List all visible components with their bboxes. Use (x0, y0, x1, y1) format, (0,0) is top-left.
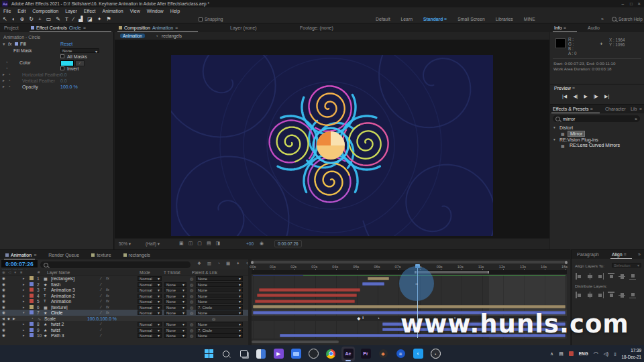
expander-icon[interactable]: ▸ (23, 276, 25, 280)
fx-switch-icon[interactable]: fx (106, 288, 109, 292)
layer-row-2[interactable]: ◉▸2★flash∕Normal▾None▾◎None▾ (0, 282, 248, 288)
eye-icon[interactable]: ◉ (2, 282, 5, 286)
col-parent[interactable]: Parent & Link (192, 270, 217, 275)
layer-name[interactable]: [rectangels] (51, 276, 74, 281)
taskbar-icon-premiere[interactable]: Pr (359, 347, 372, 361)
expand-arrow-icon[interactable]: ▾ (3, 42, 5, 47)
taskbar-icon-display[interactable] (289, 347, 303, 361)
layer-name[interactable]: Animation 2 (51, 294, 75, 298)
property-dropdown[interactable]: None▾ (60, 48, 99, 53)
pickwhip-icon[interactable]: ◎ (212, 316, 215, 321)
fx-switch-icon[interactable]: fx (106, 294, 109, 298)
keyframe-nav-add-icon[interactable]: ◆ (7, 316, 10, 320)
effects-group-distort[interactable]: ▾Distort (550, 125, 644, 131)
stopwatch-icon[interactable]: ◔ (5, 60, 8, 64)
distribute-r-button[interactable] (597, 292, 604, 298)
layer-name[interactable]: Animation 3 (51, 288, 75, 292)
layer-duration-bar[interactable] (255, 300, 355, 303)
layer-name[interactable]: Circle (51, 310, 62, 315)
pickwhip-icon[interactable]: ◎ (190, 294, 193, 298)
tabstrip-overflow[interactable]: » (639, 107, 642, 111)
shy-layers-icon[interactable]: ◔ (217, 261, 220, 266)
quality-switch-icon[interactable]: ∕ (101, 322, 101, 326)
comp-mini-flowchart-icon[interactable]: ❖ (197, 261, 201, 266)
mode-dropdown[interactable]: Normal▾ (138, 294, 162, 298)
layer-row-7[interactable]: ◉▾7★Circle∕fxNormal▾None▾◎None▾ (0, 310, 248, 316)
fx-switch-icon[interactable]: fx (106, 276, 109, 280)
effect-fill-row[interactable]: ▾ fx Fill Reset (0, 41, 114, 47)
layer-duration-bar[interactable] (368, 277, 390, 280)
breadcrumb-parent[interactable]: rectangels (162, 34, 182, 38)
tray-volume-icon[interactable]: ◁) (604, 351, 608, 357)
tab-libraries[interactable]: Lib (631, 107, 637, 111)
minimize-button[interactable]: – (621, 1, 624, 6)
pickwhip-icon[interactable]: ◎ (190, 328, 193, 333)
expander-icon[interactable]: ▸ (23, 282, 25, 286)
tab-layer[interactable]: Layer (none) (230, 25, 257, 30)
navigator-handle-right[interactable] (565, 261, 568, 264)
workspace-learn[interactable]: Learn (401, 17, 413, 21)
pen-tool-icon[interactable]: ✎ (56, 16, 60, 22)
reset-link[interactable]: Reset (60, 42, 72, 46)
eye-icon[interactable]: ◉ (2, 294, 5, 298)
property-value[interactable]: 100.0,100.0 % (87, 316, 117, 321)
layer-color-swatch[interactable] (30, 276, 34, 280)
motion-blur-icon[interactable]: ✦ (236, 261, 239, 266)
expander-icon[interactable]: ▸ (3, 78, 5, 82)
next-frame-button[interactable]: |▶ (594, 94, 598, 99)
mode-dropdown[interactable]: Normal▾ (138, 322, 162, 326)
trkmat-dropdown[interactable]: None▾ (164, 333, 186, 338)
layer-name[interactable]: [texture] (51, 305, 68, 310)
pan-behind-tool-icon[interactable]: + (38, 16, 42, 22)
maximize-button[interactable]: □ (630, 1, 633, 6)
taskbar-icon-split[interactable] (254, 347, 268, 361)
workspace-default[interactable]: Default (376, 17, 390, 21)
eye-icon[interactable]: ◉ (2, 299, 5, 303)
layer-color-swatch[interactable] (30, 294, 34, 298)
grid-icon[interactable]: ▣ (179, 241, 184, 246)
distribute-b-button[interactable] (629, 292, 636, 298)
trkmat-dropdown[interactable]: None▾ (164, 282, 186, 287)
taskbar-icon-after-effects[interactable]: Ae (341, 347, 355, 361)
twirl-down-icon[interactable]: ▾ (553, 137, 555, 141)
distribute-t-button[interactable] (608, 292, 614, 298)
trkmat-dropdown[interactable]: None▾ (164, 288, 186, 292)
region-of-interest-icon[interactable]: ▢ (197, 241, 202, 246)
timeline-tab-rectangels[interactable]: rectangels (123, 250, 150, 259)
stopwatch-icon[interactable]: ◔ (5, 66, 8, 70)
navigator-handle-left[interactable] (251, 261, 254, 264)
pickwhip-icon[interactable]: ◎ (190, 310, 193, 315)
quality-switch-icon[interactable]: ∕ (101, 288, 101, 292)
roto-brush-tool-icon[interactable]: ◪ (87, 16, 93, 22)
clone-stamp-tool-icon[interactable]: ▟ (78, 16, 83, 22)
parent-dropdown[interactable]: None▾ (196, 310, 243, 315)
align-to-select[interactable]: Selection▾ (612, 263, 641, 267)
fx-switch-icon[interactable]: fx (106, 310, 109, 314)
workspace-overflow[interactable]: » (601, 17, 604, 21)
layer-color-swatch[interactable] (30, 333, 34, 337)
quality-switch-icon[interactable]: ∕ (101, 328, 101, 332)
keyframe-diamond-icon[interactable]: ◆ (357, 316, 360, 320)
parent-dropdown[interactable]: None▾ (196, 322, 243, 326)
panel-menu-icon[interactable]: ≡ (175, 25, 178, 30)
taskbar-icon-obs[interactable] (307, 347, 320, 361)
frame-blending-icon[interactable]: ▦ (226, 261, 230, 266)
tray-clock[interactable]: 17:39 18-Dec-21 (622, 347, 641, 359)
col-trkmat[interactable]: T TrkMat (164, 270, 180, 275)
layer-name[interactable]: twist (51, 328, 60, 333)
expander-icon[interactable]: ▸ (23, 299, 25, 303)
eye-icon[interactable]: ◉ (2, 322, 5, 326)
tray-app-icon[interactable] (569, 351, 574, 356)
snapping-control[interactable]: Snapping (199, 17, 223, 21)
hand-tool-icon[interactable]: ◐ (12, 16, 15, 22)
mode-dropdown[interactable]: Normal▾ (138, 288, 162, 292)
layer-duration-bar[interactable] (259, 288, 360, 292)
keyframe-hold-icon[interactable]: I (362, 316, 364, 320)
align-ch-button[interactable] (586, 273, 593, 280)
expander-icon[interactable]: ▸ (23, 288, 25, 292)
tray-keyboard-icon[interactable]: ▤ (559, 351, 564, 357)
layer-color-swatch[interactable] (30, 282, 34, 286)
close-button[interactable]: × (638, 1, 641, 7)
property-value[interactable]: 100.0 % (60, 84, 78, 89)
eye-icon[interactable]: ◉ (2, 288, 5, 292)
